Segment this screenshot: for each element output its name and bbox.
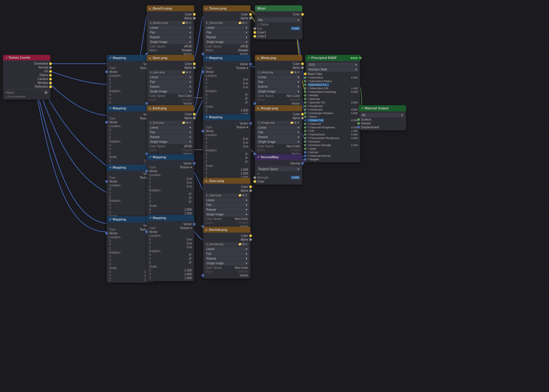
c-baseco-title: c_BaseCo.png — [149, 7, 172, 10]
normalmap-node: ✓ NormalMap Normal Tangent Space▾ ■ Stre… — [255, 154, 302, 185]
mixer-title: Mixer — [257, 7, 266, 10]
texture-coords-body: Generated Normal UV Object Camera Window… — [3, 60, 50, 100]
mapping2-node: ✓ Mapping Vector Type:Texture ▾ Vector L… — [203, 55, 250, 121]
c-spec-file[interactable]: C_Spec.png 📁⊞✕ — [149, 70, 192, 74]
c-spec-header: c_Spec.png — [147, 55, 194, 61]
mixer-mix[interactable]: Mix▾ — [257, 18, 301, 22]
c-baseco-interpolation[interactable]: Linear▾ — [149, 25, 192, 30]
c-texture-projection[interactable]: Flat▾ — [205, 30, 249, 35]
c-texture-file[interactable]: C_Texure.png 📁⊞✕ — [205, 21, 249, 25]
c-normal-node: c_Normal.png Color Alpha C_Normal.png 📁⊞… — [203, 227, 250, 279]
uv-label: UV — [44, 70, 48, 73]
c-texture-body: Color Alpha C_Texure.png 📁⊞✕ Linear▾ Fla… — [203, 11, 250, 57]
object-field-value: ■ — [44, 91, 48, 94]
window-label: Window — [37, 81, 48, 84]
mapping8-node: ✓ Mapping Vector Type:Texture ▾ Vector L… — [147, 215, 194, 281]
from-instancer-label: □ From Instancer — [5, 95, 25, 98]
normal-label: Normal — [39, 66, 48, 69]
c-baseco-source[interactable]: Single Image▾ — [149, 40, 192, 44]
c-emit-node: c_Emit.png Color Alpha C_Emit.png 📁⊞✕ Li… — [147, 105, 194, 157]
c-rough-node: c_Rough.png Color Alpha C_Rough.png 📁⊞✕ … — [255, 105, 302, 157]
mapping6-node: ✓ Mapping Vector Type:Texture ▾ Vector L… — [147, 154, 194, 220]
c-metal-node: c_Metal.png Color Alpha C_Metal.png 📁⊞✕ … — [255, 55, 302, 107]
generated-label: Generated — [34, 62, 48, 65]
c-spec-node: c_Spec.png Color Alpha C_Spec.png 📁⊞✕ Li… — [147, 55, 194, 107]
object-field-label: Object: — [5, 91, 15, 94]
c-texture-interpolation[interactable]: Linear▾ — [205, 25, 249, 30]
c-texture-header: c_Texure.png — [203, 5, 250, 11]
c-baseco-extension[interactable]: Repeat▾ — [149, 35, 192, 39]
c-baseco-body: Color Alpha C_BaseCo.png 📁⊞✕ Linear▾ Fla… — [147, 11, 194, 57]
material-output-node: ✓ Material Output All▾ Surface Volume Di… — [359, 105, 406, 130]
c-baseco-file[interactable]: C_BaseCo.png 📁⊞✕ — [149, 21, 192, 25]
c-baseco-node: c_BaseCo.png Color Alpha C_BaseCo.png 📁⊞… — [147, 5, 194, 57]
c-texture-title: c_Texure.png — [205, 7, 226, 10]
c-texture-extension[interactable]: Repeat▾ — [205, 35, 249, 39]
object-label: Object — [39, 73, 48, 77]
c-texture-node: c_Texure.png Color Alpha C_Texure.png 📁⊞… — [203, 5, 250, 57]
c-baseco-projection[interactable]: Flat▾ — [149, 30, 192, 35]
texture-coords-header: ✓ Texture Coords — [3, 55, 50, 60]
mixer-body: Color Mix▾ □ Clamp Fac 0.940 Color1 Colo… — [255, 11, 302, 39]
mapping4-node: ✓ Mapping Vector Type:Texture ▾ Vector L… — [203, 114, 250, 180]
texture-coords-node: ✓ Texture Coords Generated Normal UV Obj… — [3, 55, 50, 100]
c-baseco-header: c_BaseCo.png — [147, 5, 194, 11]
principled-bsdf-node: ✓ Principled BSDF BSDF GGX▾ Random Walk▾… — [305, 55, 360, 162]
camera-label: Camera — [37, 77, 48, 81]
mixer-node: Mixer Color Mix▾ □ Clamp Fac 0.940 Color… — [255, 5, 302, 39]
mixer-header: Mixer — [255, 5, 302, 11]
c-metal-file[interactable]: C_Metal.png 📁⊞✕ — [257, 70, 301, 74]
texture-coords-title: ✓ Texture Coords — [5, 56, 30, 59]
c-opac-node: c_Opac.png Color Alpha C_Opac.png 📁⊞✕ Li… — [203, 178, 250, 230]
c-texture-source[interactable]: Single Image▾ — [205, 40, 249, 44]
reflection-label: Reflection — [35, 85, 48, 88]
